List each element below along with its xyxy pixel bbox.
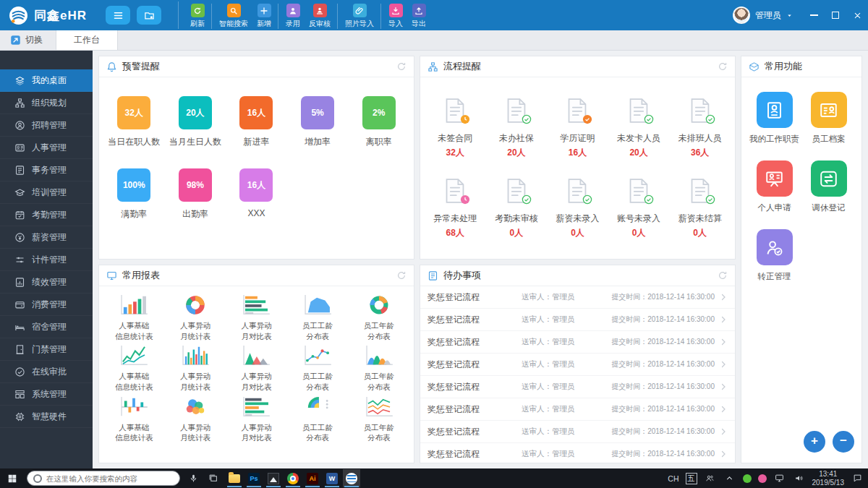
sidebar-item[interactable]: 宿舍管理 [0, 316, 93, 338]
warning-tile[interactable]: 100% 满勤率 [103, 168, 165, 221]
process-item[interactable]: 学历证明 16人 [547, 98, 608, 159]
report-shortcut[interactable]: 员工工龄 分布表 [287, 344, 349, 392]
process-item[interactable]: 账号未录入 0人 [608, 178, 670, 239]
toolbar-button[interactable]: 刷新 [186, 4, 212, 29]
sidebar-item[interactable]: 在线审批 [0, 361, 93, 383]
sidebar-item[interactable]: 培训管理 [0, 181, 93, 204]
process-item[interactable]: 未发卡人员 20人 [608, 98, 670, 159]
refresh-icon[interactable] [396, 61, 407, 72]
taskbar-app[interactable]: Ai [304, 469, 321, 487]
taskbar-app[interactable] [226, 469, 243, 487]
folder-settings-button[interactable] [137, 6, 161, 25]
toolbar-button[interactable]: 新增 [252, 4, 278, 29]
volume-icon[interactable] [793, 474, 806, 483]
view-switch-button[interactable]: 切换 [0, 30, 56, 50]
sidebar-item[interactable]: 招聘管理 [0, 114, 93, 137]
task-view-button[interactable] [206, 474, 219, 483]
toolbar-button[interactable]: 导出 [407, 4, 430, 29]
function-shortcut[interactable]: 员工档案 [811, 92, 847, 145]
function-shortcut[interactable]: 调休登记 [811, 160, 847, 213]
toolbar-button[interactable]: 智能搜索 [215, 4, 252, 29]
refresh-icon[interactable] [396, 270, 407, 281]
taskbar-app[interactable] [343, 469, 360, 487]
sidebar-item[interactable]: 事务管理 [0, 159, 93, 181]
warning-tile[interactable]: 32人 当日在职人数 [103, 96, 165, 148]
zoom-out-button[interactable]: − [833, 431, 854, 453]
report-shortcut[interactable]: 员工工龄 分布表 [287, 395, 349, 443]
report-shortcut[interactable]: 人事异动 月统计表 [165, 344, 226, 392]
report-shortcut[interactable]: 人事基础 信息统计表 [103, 344, 165, 392]
taskbar-search[interactable] [27, 471, 180, 486]
function-shortcut[interactable]: 我的工作职责 [749, 92, 799, 145]
sidebar-item[interactable]: 薪资管理 [0, 226, 93, 249]
process-item[interactable]: 薪资未结算 0人 [669, 178, 731, 239]
todo-row[interactable]: 奖惩登记流程 送审人：管理员 提交时间：2018-12-14 16:30:00 [420, 354, 735, 376]
toolbar-button[interactable]: 照片导入 [341, 4, 381, 29]
toolbar-button[interactable]: 反审核 [305, 4, 338, 29]
tab-workbench[interactable]: 工作台 [56, 30, 118, 50]
maximize-button[interactable] [825, 0, 846, 30]
toolbar-button[interactable]: 导入 [384, 4, 407, 29]
sidebar-item[interactable]: 系统管理 [0, 383, 93, 406]
ime-mode[interactable]: 五 [686, 473, 697, 484]
ime-language[interactable]: CH [668, 474, 678, 483]
refresh-icon[interactable] [718, 270, 728, 281]
todo-row[interactable]: 奖惩登记流程 送审人：管理员 提交时间：2018-12-14 16:30:00 [420, 421, 735, 443]
sidebar-item[interactable]: 门禁管理 [0, 338, 93, 361]
close-button[interactable] [846, 0, 868, 30]
report-shortcut[interactable]: 人事异动 月对比表 [226, 344, 287, 392]
taskbar-app[interactable] [265, 469, 282, 487]
sidebar-item[interactable]: 绩效管理 [0, 271, 93, 294]
refresh-icon[interactable] [718, 61, 728, 72]
toolbar-button[interactable]: 录用 [281, 4, 305, 29]
taskbar-app[interactable]: W [323, 469, 341, 487]
warning-tile[interactable]: 5% 增加率 [287, 96, 349, 148]
action-center-icon[interactable] [851, 474, 864, 483]
taskbar-app[interactable]: Ps [245, 469, 263, 487]
sidebar-item[interactable]: 我的桌面 [0, 69, 93, 92]
warning-tile[interactable]: 20人 当月生日人数 [165, 96, 226, 148]
start-button[interactable] [4, 474, 20, 484]
clock[interactable]: 13:41 2019/5/13 [812, 470, 845, 487]
process-item[interactable]: 未排班人员 36人 [669, 98, 731, 159]
taskbar-app[interactable] [284, 469, 302, 487]
todo-row[interactable]: 奖惩登记流程 送审人：管理员 提交时间：2018-12-14 16:30:00 [420, 309, 735, 331]
function-shortcut[interactable]: 转正管理 [757, 229, 793, 282]
report-shortcut[interactable]: 员工年龄 分布表 [348, 395, 409, 443]
process-item[interactable]: 考勤未审核 0人 [486, 178, 548, 239]
process-item[interactable]: 未办社保 20人 [486, 98, 548, 159]
report-shortcut[interactable]: 人事异动 月对比表 [226, 395, 287, 443]
report-shortcut[interactable]: 员工年龄 分布表 [348, 344, 409, 392]
zoom-in-button[interactable]: + [804, 431, 825, 453]
report-shortcut[interactable]: 人事基础 信息统计表 [103, 294, 165, 341]
warning-tile[interactable]: 98% 出勤率 [165, 168, 226, 221]
network-icon[interactable] [773, 474, 786, 483]
todo-row[interactable]: 奖惩登记流程 送审人：管理员 提交时间：2018-12-14 16:30:00 [420, 376, 735, 398]
function-shortcut[interactable]: 个人申请 [757, 160, 793, 213]
warning-tile[interactable]: 16人 新进率 [226, 96, 287, 148]
sidebar-item[interactable]: 消费管理 [0, 294, 93, 316]
todo-row[interactable]: 奖惩登记流程 送审人：管理员 提交时间：2018-12-14 16:30:00 [420, 443, 735, 463]
tray-expand-icon[interactable] [723, 474, 736, 483]
minimize-button[interactable] [803, 0, 825, 30]
sidebar-item[interactable]: 智慧硬件 [0, 406, 93, 428]
mic-icon[interactable] [187, 474, 200, 483]
process-item[interactable]: 异常未处理 68人 [425, 178, 486, 239]
todo-row[interactable]: 奖惩登记流程 送审人：管理员 提交时间：2018-12-14 16:30:00 [420, 331, 735, 354]
search-input[interactable] [46, 474, 174, 483]
report-shortcut[interactable]: 人事异动 月对比表 [226, 294, 287, 341]
tray-app-icon-pink[interactable] [758, 474, 767, 483]
people-icon[interactable] [704, 474, 717, 483]
report-shortcut[interactable]: 人事基础 信息统计表 [103, 395, 165, 443]
user-menu[interactable]: 管理员 [733, 7, 793, 24]
process-item[interactable]: 薪资未录入 0人 [547, 178, 608, 239]
warning-tile[interactable]: 2% 离职率 [348, 96, 409, 148]
process-item[interactable]: 未签合同 32人 [425, 98, 486, 159]
warning-tile[interactable]: 16人 XXX [226, 168, 287, 221]
sidebar-item[interactable]: 计件管理 [0, 249, 93, 271]
sidebar-item[interactable]: 人事管理 [0, 137, 93, 159]
sidebar-item[interactable]: 组织规划 [0, 92, 93, 114]
tray-app-icon-green[interactable] [743, 474, 752, 483]
todo-row[interactable]: 奖惩登记流程 送审人：管理员 提交时间：2018-12-14 16:30:00 [420, 286, 735, 309]
report-shortcut[interactable]: 员工年龄 分布表 [348, 294, 409, 341]
